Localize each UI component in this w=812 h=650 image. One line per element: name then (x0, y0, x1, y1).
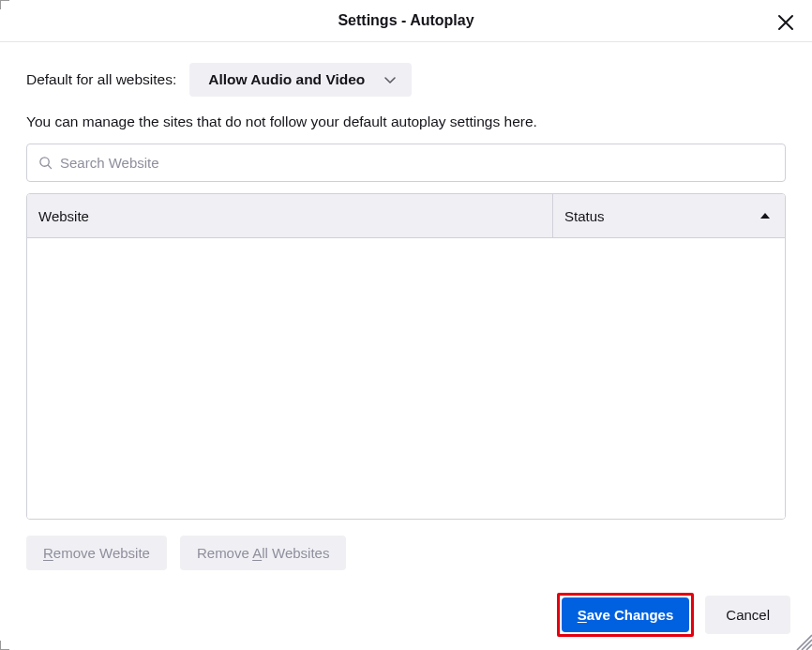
search-field[interactable] (26, 144, 786, 182)
remove-actions: Remove Website Remove All Websites (26, 536, 786, 570)
sort-ascending-icon (760, 213, 770, 219)
resize-grip-icon[interactable] (793, 631, 812, 650)
remove-all-websites-button: Remove All Websites (180, 536, 346, 570)
column-website[interactable]: Website (27, 194, 552, 237)
save-changes-button[interactable]: Save Changes (562, 597, 690, 632)
default-row: Default for all websites: Allow Audio an… (26, 63, 786, 97)
titlebar: Settings - Autoplay (0, 0, 812, 42)
svg-point-0 (40, 158, 49, 166)
table-header: Website Status (27, 194, 785, 238)
column-status[interactable]: Status (552, 194, 785, 237)
column-website-label: Website (38, 208, 89, 224)
default-dropdown[interactable]: Allow Audio and Video (189, 63, 412, 97)
corner-tick-bottom-left (0, 641, 9, 650)
chevron-down-icon (383, 73, 397, 86)
save-highlight: Save Changes (557, 593, 695, 637)
default-label: Default for all websites: (26, 71, 176, 88)
close-icon (777, 14, 794, 31)
cancel-button[interactable]: Cancel (705, 596, 790, 634)
website-table: Website Status (26, 193, 786, 520)
column-status-label: Status (564, 208, 605, 224)
search-icon (38, 156, 53, 170)
dialog-footer: Save Changes Cancel (557, 593, 790, 637)
dialog-title: Settings - Autoplay (338, 12, 474, 29)
search-input[interactable] (60, 155, 774, 171)
content-area: Default for all websites: Allow Audio an… (0, 42, 812, 570)
description-text: You can manage the sites that do not fol… (26, 113, 786, 130)
remove-website-button: Remove Website (26, 536, 167, 570)
table-body (27, 238, 785, 520)
dropdown-value: Allow Audio and Video (208, 71, 365, 88)
close-button[interactable] (773, 9, 799, 36)
